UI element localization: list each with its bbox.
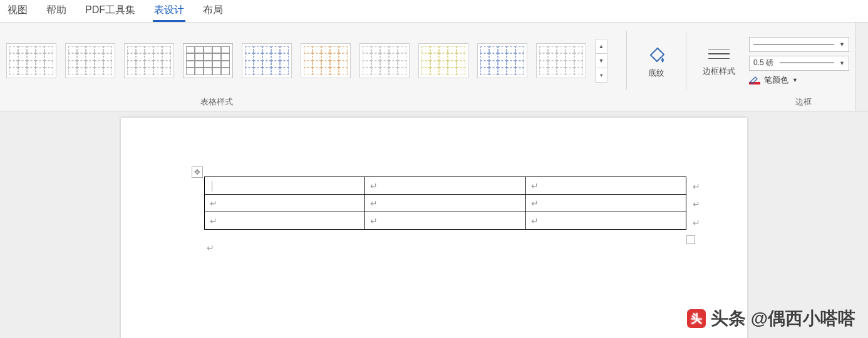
table-style-option[interactable] bbox=[359, 43, 410, 78]
table-row[interactable]: │ ↵ ↵ bbox=[205, 177, 686, 195]
table-cell[interactable]: │ bbox=[205, 177, 365, 195]
paragraph-mark: ↵ bbox=[531, 181, 539, 191]
line-weight-combo[interactable]: 0.5 磅 ▼ bbox=[749, 56, 849, 71]
table-style-option[interactable] bbox=[6, 43, 56, 78]
line-weight-value: 0.5 磅 bbox=[753, 58, 773, 68]
table-cell[interactable]: ↵ bbox=[365, 195, 525, 212]
paragraph-mark: ↵ bbox=[370, 198, 378, 208]
border-style-icon bbox=[705, 44, 733, 63]
move-icon: ✥ bbox=[194, 168, 200, 177]
document-area: ✥ │ ↵ ↵ ↵ ↵ ↵ ↵ ↵ ↵ ↵ ↵ ↵ ↵ bbox=[0, 111, 868, 338]
table-cell[interactable]: ↵ bbox=[525, 195, 686, 212]
table-cell[interactable]: ↵ bbox=[205, 212, 365, 230]
table-move-handle[interactable]: ✥ bbox=[192, 166, 203, 178]
table-cell[interactable]: ↵ bbox=[365, 177, 525, 195]
gallery-scroll-down[interactable]: ▼ bbox=[596, 53, 607, 68]
border-style-label: 边框样式 bbox=[703, 66, 735, 77]
table-row[interactable]: ↵ ↵ ↵ bbox=[205, 195, 686, 212]
ribbon-separator bbox=[686, 31, 686, 90]
tab-help[interactable]: 帮助 bbox=[45, 1, 68, 22]
pen-color-label: 笔颜色 bbox=[764, 74, 788, 86]
table-style-option[interactable] bbox=[536, 43, 586, 78]
table-cell[interactable]: ↵ bbox=[525, 177, 686, 195]
table-resize-handle[interactable] bbox=[686, 235, 695, 244]
document-table[interactable]: │ ↵ ↵ ↵ ↵ ↵ ↵ ↵ ↵ bbox=[204, 177, 686, 230]
ribbon: ▲ ▼ ▾ 底纹 边框样式 bbox=[0, 23, 868, 111]
ribbon-tabs: 视图 帮助 PDF工具集 表设计 布局 bbox=[0, 0, 868, 23]
paragraph-mark: ↵ bbox=[370, 181, 378, 191]
group-label-border: 边框 bbox=[795, 96, 812, 108]
table-style-option[interactable] bbox=[183, 43, 233, 78]
paragraph-mark: ↵ bbox=[210, 198, 217, 208]
chevron-down-icon: ▼ bbox=[839, 60, 845, 66]
gallery-scroll-up[interactable]: ▲ bbox=[596, 39, 607, 53]
pen-color-icon bbox=[749, 76, 760, 84]
paragraph-mark: ↵ bbox=[531, 198, 539, 208]
shading-button[interactable]: 底纹 bbox=[639, 43, 674, 79]
line-style-preview bbox=[753, 44, 834, 44]
table-row[interactable]: ↵ ↵ ↵ bbox=[205, 212, 686, 230]
chevron-down-icon: ▼ bbox=[839, 41, 845, 48]
gallery-expand[interactable]: ▾ bbox=[596, 68, 607, 82]
border-options-group: ▼ 0.5 磅 ▼ 笔颜色 ▼ bbox=[749, 36, 849, 86]
table-style-gallery: ▲ ▼ ▾ bbox=[6, 39, 614, 83]
table-cell[interactable]: ↵ bbox=[205, 195, 365, 212]
paragraph-mark: ↵ bbox=[531, 216, 539, 226]
table-style-option[interactable] bbox=[418, 43, 468, 78]
table-style-option[interactable] bbox=[124, 43, 174, 78]
table-style-option[interactable] bbox=[65, 43, 115, 78]
pen-color-button[interactable]: 笔颜色 ▼ bbox=[749, 74, 849, 86]
paint-bucket-icon bbox=[645, 43, 668, 65]
ribbon-separator bbox=[626, 31, 627, 90]
paragraph-mark: ↵ bbox=[693, 199, 700, 209]
table-style-option[interactable] bbox=[301, 43, 351, 78]
table-cell[interactable]: ↵ bbox=[525, 212, 686, 230]
tab-view[interactable]: 视图 bbox=[6, 1, 29, 22]
gallery-scroll: ▲ ▼ ▾ bbox=[595, 39, 607, 83]
tab-layout[interactable]: 布局 bbox=[202, 1, 224, 22]
paragraph-mark: ↵ bbox=[207, 243, 214, 253]
table-style-option[interactable] bbox=[477, 43, 527, 78]
table-cell[interactable]: ↵ bbox=[365, 212, 525, 230]
tab-table-design[interactable]: 表设计 bbox=[153, 1, 185, 22]
ribbon-collapse-strip[interactable] bbox=[855, 23, 868, 111]
border-style-button[interactable]: 边框样式 bbox=[698, 44, 740, 77]
chevron-down-icon: ▼ bbox=[792, 77, 798, 83]
table-style-option[interactable] bbox=[242, 43, 292, 78]
group-label-styles: 表格样式 bbox=[200, 96, 233, 108]
paragraph-mark: ↵ bbox=[693, 182, 700, 192]
tab-pdf-tools[interactable]: PDF工具集 bbox=[84, 1, 137, 22]
paragraph-mark: ↵ bbox=[210, 216, 217, 226]
text-cursor: │ bbox=[210, 181, 215, 191]
paragraph-mark: ↵ bbox=[370, 216, 378, 226]
paragraph-mark: ↵ bbox=[693, 218, 700, 228]
shading-label: 底纹 bbox=[648, 68, 664, 79]
line-style-combo[interactable]: ▼ bbox=[749, 37, 849, 52]
line-weight-preview bbox=[780, 63, 834, 63]
